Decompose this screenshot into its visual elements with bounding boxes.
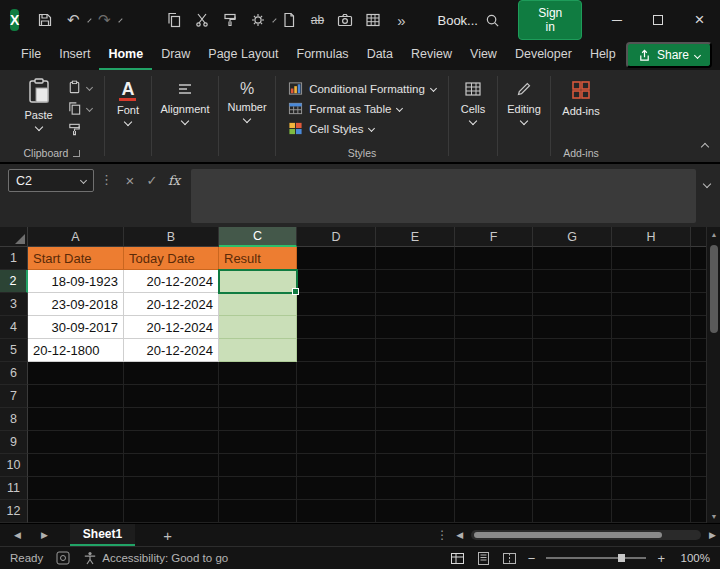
alignment-button[interactable]: Alignment [161, 78, 210, 162]
cell-E7[interactable] [376, 385, 455, 408]
collapse-ribbon-button[interactable] [702, 136, 708, 154]
column-header-A[interactable]: A [28, 227, 124, 247]
cell-D4[interactable] [297, 316, 376, 339]
cell-F11[interactable] [455, 477, 533, 500]
cell-G3[interactable] [533, 293, 612, 316]
cell-H8[interactable] [612, 408, 691, 431]
cell-F7[interactable] [455, 385, 533, 408]
cell-A12[interactable] [28, 500, 124, 523]
cell-G5[interactable] [533, 339, 612, 362]
cell-H12[interactable] [612, 500, 691, 523]
cell-B1[interactable]: Today Date [124, 247, 219, 270]
qat-overflow-icon[interactable]: » [390, 9, 412, 31]
cell-A5[interactable]: 20-12-1800 [28, 339, 124, 362]
cell-B6[interactable] [124, 362, 219, 385]
confirm-entry-icon[interactable]: ✓ [141, 169, 163, 192]
cell-F3[interactable] [455, 293, 533, 316]
insert-function-button[interactable]: fx [163, 169, 185, 192]
cell-F1[interactable] [455, 247, 533, 270]
cell-H11[interactable] [612, 477, 691, 500]
cell-C12[interactable] [219, 500, 297, 523]
tab-help[interactable]: Help [581, 40, 625, 70]
cell-H2[interactable] [612, 270, 691, 293]
maximize-button[interactable] [638, 0, 679, 40]
cell-A6[interactable] [28, 362, 124, 385]
copy-icon[interactable] [163, 9, 185, 31]
cell-A1[interactable]: Start Date [28, 247, 124, 270]
settings-icon[interactable] [247, 9, 269, 31]
cell-E2[interactable] [376, 270, 455, 293]
cell-B3[interactable]: 20-12-2024 [124, 293, 219, 316]
cell-E4[interactable] [376, 316, 455, 339]
cell-D12[interactable] [297, 500, 376, 523]
cell-A7[interactable] [28, 385, 124, 408]
cell-F10[interactable] [455, 454, 533, 477]
column-header-C[interactable]: C [219, 227, 297, 247]
cell-C9[interactable] [219, 431, 297, 454]
cell-A10[interactable] [28, 454, 124, 477]
cell-G4[interactable] [533, 316, 612, 339]
cell-C8[interactable] [219, 408, 297, 431]
column-header-G[interactable]: G [533, 227, 612, 247]
tab-home[interactable]: Home [99, 40, 152, 70]
format-painter-icon[interactable] [219, 9, 241, 31]
cell-F6[interactable] [455, 362, 533, 385]
format-as-table-button[interactable]: Format as Table [288, 101, 402, 116]
cell-G10[interactable] [533, 454, 612, 477]
formula-input[interactable] [191, 169, 696, 223]
tab-review[interactable]: Review [402, 40, 461, 70]
cell-C7[interactable] [219, 385, 297, 408]
row-header-9[interactable]: 9 [0, 431, 28, 454]
cell-H10[interactable] [612, 454, 691, 477]
cell-B2[interactable]: 20-12-2024 [124, 270, 219, 293]
cell-H6[interactable] [612, 362, 691, 385]
cell-B11[interactable] [124, 477, 219, 500]
sheetbar-more-icon[interactable]: ⋮ [436, 528, 448, 542]
vertical-scrollbar[interactable]: ▲ ▼ [706, 227, 720, 523]
cell-E6[interactable] [376, 362, 455, 385]
row-header-8[interactable]: 8 [0, 408, 28, 431]
cell-G11[interactable] [533, 477, 612, 500]
search-icon[interactable] [478, 5, 506, 35]
cell-A9[interactable] [28, 431, 124, 454]
row-header-1[interactable]: 1 [0, 247, 28, 270]
redo-dropdown-icon[interactable] [119, 18, 123, 22]
cell-F9[interactable] [455, 431, 533, 454]
cell-B12[interactable] [124, 500, 219, 523]
zoom-slider-thumb[interactable] [618, 554, 625, 562]
cell-F5[interactable] [455, 339, 533, 362]
column-header-B[interactable]: B [124, 227, 219, 247]
cut-icon[interactable] [191, 9, 213, 31]
expand-formula-bar-icon[interactable] [704, 173, 710, 191]
cancel-entry-icon[interactable]: × [119, 169, 141, 192]
column-header-H[interactable]: H [612, 227, 691, 247]
tab-formulas[interactable]: Formulas [288, 40, 358, 70]
cell-F8[interactable] [455, 408, 533, 431]
scroll-down-icon[interactable]: ▼ [707, 509, 720, 523]
tab-insert[interactable]: Insert [50, 40, 99, 70]
cell-C1[interactable]: Result [219, 247, 297, 270]
tab-page-layout[interactable]: Page Layout [199, 40, 287, 70]
cell-F12[interactable] [455, 500, 533, 523]
cell-E1[interactable] [376, 247, 455, 270]
camera-icon[interactable] [334, 9, 356, 31]
redo-icon[interactable]: ↷ [93, 9, 115, 31]
zoom-level[interactable]: 100% [676, 552, 710, 564]
cell-H5[interactable] [612, 339, 691, 362]
cell-D8[interactable] [297, 408, 376, 431]
undo-icon[interactable]: ↶ [62, 9, 84, 31]
cell-G2[interactable] [533, 270, 612, 293]
add-sheet-button[interactable]: + [163, 524, 172, 546]
next-sheet-icon[interactable]: ▶ [41, 530, 48, 540]
cell-F2[interactable] [455, 270, 533, 293]
cells-button[interactable]: Cells [461, 78, 485, 162]
tab-file[interactable]: File [12, 40, 50, 70]
row-header-5[interactable]: 5 [0, 339, 28, 362]
cell-A11[interactable] [28, 477, 124, 500]
page-break-view-icon[interactable] [502, 551, 517, 566]
scroll-left-icon[interactable]: ◀ [456, 530, 463, 540]
page-layout-view-icon[interactable] [476, 551, 491, 566]
number-button[interactable]: % Number [227, 78, 266, 162]
tab-data[interactable]: Data [358, 40, 402, 70]
row-header-12[interactable]: 12 [0, 500, 28, 523]
